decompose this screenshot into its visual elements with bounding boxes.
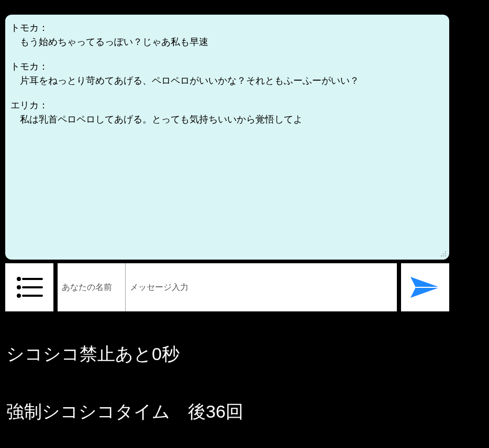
list-icon bbox=[16, 275, 43, 299]
message-field-wrap[interactable] bbox=[126, 263, 397, 311]
chat-speaker: エリカ： bbox=[10, 98, 444, 113]
svg-point-1 bbox=[443, 253, 444, 254]
svg-point-5 bbox=[445, 255, 446, 256]
send-button[interactable] bbox=[401, 263, 449, 311]
svg-point-4 bbox=[443, 255, 444, 256]
chat-body: もう始めちゃってるっぽい？じゃあ私も早速 bbox=[10, 35, 444, 49]
input-bar bbox=[5, 263, 449, 311]
chat-message: トモカ： もう始めちゃってるっぽい？じゃあ私も早速 bbox=[10, 21, 444, 49]
spacer bbox=[53, 263, 58, 311]
chat-log[interactable]: トモカ： もう始めちゃってるっぽい？じゃあ私も早速 トモカ： 片耳をねっとり苛め… bbox=[5, 15, 449, 260]
chat-speaker: トモカ： bbox=[10, 60, 444, 74]
chat-body: 私は乳首ペロペロしてあげる。とっても気持ちいいから覚悟してよ bbox=[10, 113, 444, 127]
chat-message: エリカ： 私は乳首ペロペロしてあげる。とっても気持ちいいから覚悟してよ bbox=[10, 98, 444, 127]
name-input[interactable] bbox=[62, 283, 121, 292]
svg-point-0 bbox=[445, 251, 446, 252]
menu-button[interactable] bbox=[5, 263, 53, 311]
chat-speaker: トモカ： bbox=[10, 21, 444, 35]
svg-point-3 bbox=[441, 255, 442, 256]
name-field-wrap[interactable] bbox=[58, 263, 126, 311]
svg-point-8 bbox=[18, 286, 20, 288]
status-line-2: 強制シコシコタイム 後36回 bbox=[6, 400, 243, 424]
resize-grip-icon[interactable] bbox=[440, 250, 447, 257]
svg-point-2 bbox=[445, 253, 446, 254]
message-input[interactable] bbox=[130, 283, 393, 292]
chat-body: 片耳をねっとり苛めてあげる、ペロペロがいいかな？それともふーふーがいい？ bbox=[10, 74, 444, 88]
svg-point-6 bbox=[18, 278, 20, 280]
svg-point-10 bbox=[18, 295, 20, 297]
chat-message: トモカ： 片耳をねっとり苛めてあげる、ペロペロがいいかな？それともふーふーがいい… bbox=[10, 60, 444, 88]
status-line-1: シコシコ禁止あと0秒 bbox=[6, 342, 180, 366]
send-icon bbox=[409, 275, 441, 300]
